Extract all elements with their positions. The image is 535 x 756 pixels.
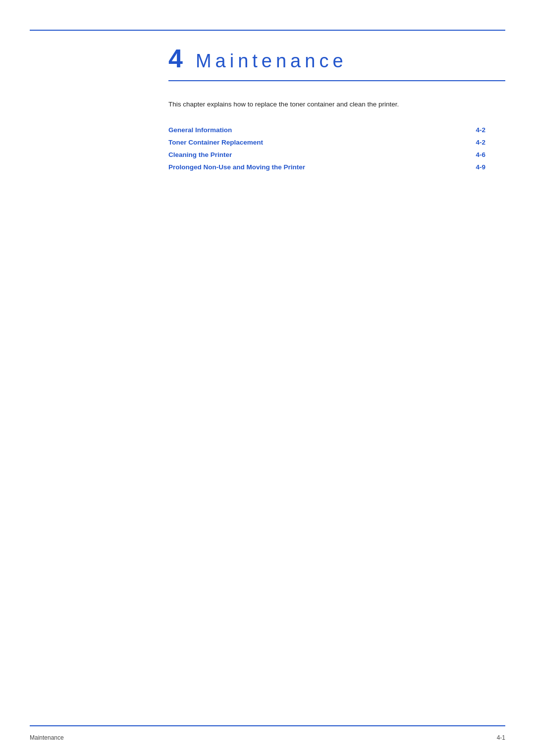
page-container: 4 Maintenance This chapter explains how … [0, 0, 535, 756]
chapter-title-row: 4 Maintenance [168, 35, 505, 78]
toc-link-prolonged[interactable]: Prolonged Non-Use and Moving the Printer [168, 163, 305, 171]
toc-page-toner-container: 4-2 [466, 139, 485, 146]
toc-page-prolonged: 4-9 [466, 163, 485, 171]
toc-link-general-information[interactable]: General Information [168, 126, 232, 134]
chapter-number: 4 [168, 44, 184, 73]
footer: Maintenance 4-1 [30, 734, 505, 741]
toc-row-2: Toner Container Replacement 4-2 [168, 136, 485, 149]
toc-page-cleaning: 4-6 [466, 151, 485, 158]
bottom-rule [30, 725, 505, 726]
chapter-header: 4 Maintenance [168, 35, 505, 81]
footer-right-label: 4-1 [497, 734, 505, 741]
intro-text: This chapter explains how to replace the… [168, 99, 485, 110]
toc-table: General Information 4-2 Toner Container … [168, 124, 485, 173]
top-rule [30, 30, 505, 31]
footer-left-label: Maintenance [30, 734, 64, 741]
left-margin [0, 0, 163, 756]
toc-row-4: Prolonged Non-Use and Moving the Printer… [168, 161, 485, 173]
toc-row-1: General Information 4-2 [168, 124, 485, 136]
chapter-rule [168, 80, 505, 81]
toc-link-toner-container[interactable]: Toner Container Replacement [168, 139, 263, 146]
toc-row-3: Cleaning the Printer 4-6 [168, 149, 485, 161]
toc-page-general-information: 4-2 [466, 126, 485, 134]
main-content: This chapter explains how to replace the… [168, 99, 485, 173]
toc-link-cleaning[interactable]: Cleaning the Printer [168, 151, 232, 158]
chapter-title: Maintenance [196, 50, 347, 72]
